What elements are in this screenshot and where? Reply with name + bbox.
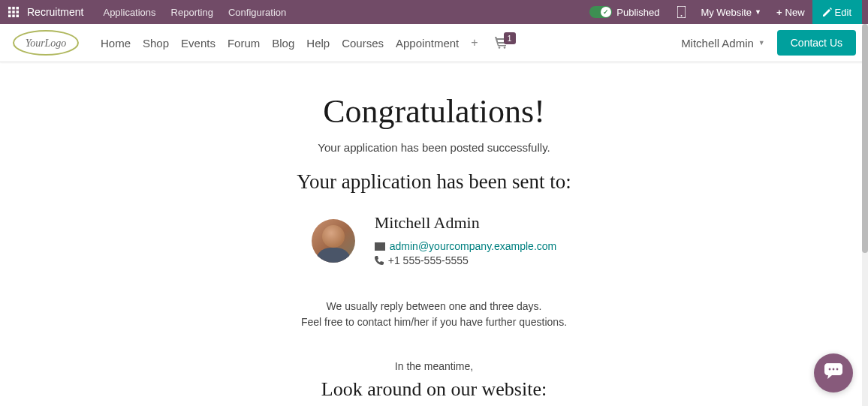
svg-rect-5 [17,11,20,14]
admin-nav-applications[interactable]: Applications [95,0,163,24]
svg-rect-6 [8,15,11,18]
svg-rect-3 [8,11,11,14]
svg-rect-8 [17,15,20,18]
pencil-icon [823,8,832,17]
nav-help[interactable]: Help [300,24,336,62]
recipient-avatar [312,219,355,263]
published-toggle[interactable] [589,6,612,18]
svg-rect-4 [12,11,15,14]
nav-courses[interactable]: Courses [336,24,390,62]
recipient-name: Mitchell Admin [375,213,557,233]
recipient-phone: +1 555-555-5555 [388,254,469,266]
svg-text:YourLogo: YourLogo [26,38,67,49]
user-name-label: Mitchell Admin [681,37,754,50]
recipient-phone-line: +1 555-555-5555 [375,254,557,266]
mobile-preview-button[interactable] [670,0,693,24]
apps-menu-icon[interactable] [6,5,21,20]
new-label: New [785,7,805,18]
speech-bubble-icon [824,363,842,383]
congratulations-heading: Congratulations! [15,92,853,131]
cart-button[interactable]: 1 [495,37,508,49]
contact-us-label: Contact Us [791,37,842,49]
nav-forum[interactable]: Forum [222,24,266,62]
recipient-card: Mitchell Admin admin@yourcompany.example… [15,213,853,269]
admin-bar: Recruitment Applications Reporting Confi… [0,0,868,24]
mobile-icon [677,6,686,18]
published-label: Published [616,7,659,18]
reply-info-line2: Feel free to contact him/her if you have… [15,314,853,330]
envelope-icon [375,242,385,251]
website-selector[interactable]: My Website ▼ [693,0,769,24]
scrollbar-thumb[interactable] [862,24,868,253]
vertical-scrollbar[interactable] [862,24,868,406]
recipient-email-link[interactable]: admin@yourcompany.example.com [390,240,557,252]
new-page-button[interactable]: + New [769,0,812,24]
svg-rect-7 [12,15,15,18]
phone-icon [375,256,384,265]
website-label: My Website [701,7,752,18]
nav-blog[interactable]: Blog [266,24,300,62]
svg-point-16 [833,368,835,371]
header-right: Mitchell Admin ▼ Contact Us [681,30,856,56]
admin-nav-reporting[interactable]: Reporting [164,0,221,24]
sent-to-heading: Your application has been sent to: [15,170,853,194]
plus-icon: + [776,7,782,18]
reply-info-line1: We usually reply between one and three d… [15,299,853,314]
site-logo[interactable]: YourLogo [12,29,80,56]
nav-home[interactable]: Home [95,24,137,62]
svg-point-14 [503,47,505,49]
nav-shop[interactable]: Shop [137,24,175,62]
svg-rect-1 [12,7,15,10]
admin-bar-left: Recruitment Applications Reporting Confi… [6,0,294,24]
admin-nav: Applications Reporting Configuration [95,0,294,24]
svg-point-10 [681,15,683,17]
svg-point-13 [498,47,500,49]
user-account-dropdown[interactable]: Mitchell Admin ▼ [681,37,765,50]
caret-down-icon: ▼ [758,39,765,47]
nav-appointment[interactable]: Appointment [390,24,465,62]
contact-us-button[interactable]: Contact Us [777,30,856,56]
reply-info: We usually reply between one and three d… [15,299,853,330]
admin-bar-right: Published My Website ▼ + New Edit [589,0,862,24]
posted-message: Your application has been posted success… [15,141,853,154]
plus-icon: + [471,36,478,49]
look-around-heading: Look around on our website: [15,378,853,401]
site-header: YourLogo Home Shop Events Forum Blog Hel… [0,24,868,62]
edit-label: Edit [835,7,851,18]
recipient-details: Mitchell Admin admin@yourcompany.example… [375,213,557,269]
nav-events[interactable]: Events [175,24,222,62]
live-chat-button[interactable] [814,353,853,392]
main-nav: Home Shop Events Forum Blog Help Courses… [95,24,508,62]
svg-rect-0 [8,7,11,10]
add-menu-button[interactable]: + [465,36,484,50]
svg-rect-2 [17,7,20,10]
admin-nav-configuration[interactable]: Configuration [221,0,294,24]
cart-count-badge: 1 [504,32,516,44]
meantime-text: In the meantime, [15,360,853,372]
module-title[interactable]: Recruitment [27,6,83,18]
main-content: Congratulations! Your application has be… [0,62,868,406]
edit-button[interactable]: Edit [812,0,862,24]
caret-down-icon: ▼ [755,8,761,16]
recipient-email-line: admin@yourcompany.example.com [375,240,557,252]
svg-point-17 [836,368,839,371]
svg-point-15 [829,368,831,371]
